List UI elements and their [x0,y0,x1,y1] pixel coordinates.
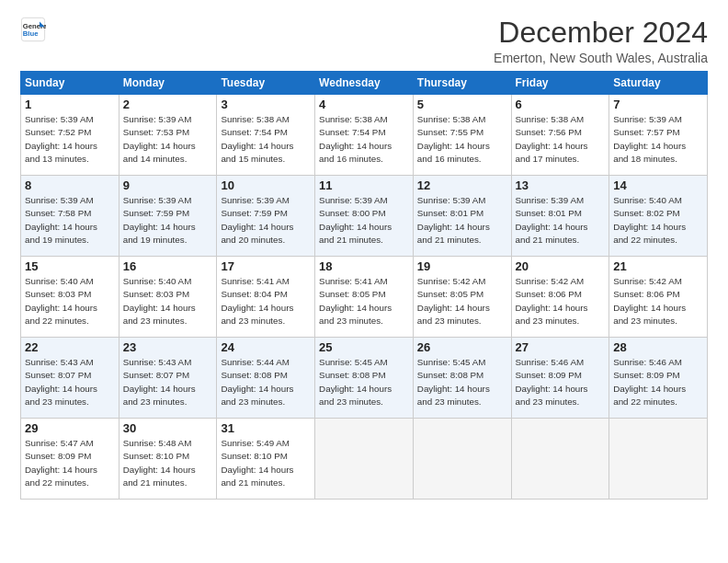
table-row: 26 Sunrise: 5:45 AMSunset: 8:08 PMDaylig… [413,338,511,419]
day-number: 17 [221,259,311,273]
day-number: 5 [417,98,507,111]
day-info: Sunrise: 5:38 AMSunset: 7:54 PMDaylight:… [319,113,409,166]
day-number: 9 [123,178,213,192]
day-info: Sunrise: 5:49 AMSunset: 8:10 PMDaylight:… [221,437,311,489]
location-title: Emerton, New South Wales, Australia [494,51,708,65]
day-number: 3 [221,98,311,111]
day-info: Sunrise: 5:40 AMSunset: 8:03 PMDaylight:… [123,275,213,327]
table-row [413,419,511,500]
logo-icon: General Blue [20,17,46,42]
day-number: 15 [25,259,115,273]
table-row: 15 Sunrise: 5:40 AMSunset: 8:03 PMDaylig… [21,257,119,338]
day-number: 19 [417,259,507,273]
day-info: Sunrise: 5:39 AMSunset: 7:52 PMDaylight:… [25,113,115,166]
header-thursday: Thursday [413,72,511,95]
day-info: Sunrise: 5:38 AMSunset: 7:54 PMDaylight:… [221,113,311,166]
table-row: 30 Sunrise: 5:48 AMSunset: 8:10 PMDaylig… [119,419,217,500]
day-info: Sunrise: 5:45 AMSunset: 8:08 PMDaylight:… [417,356,507,408]
calendar-week-1: 1 Sunrise: 5:39 AMSunset: 7:52 PMDayligh… [21,95,708,176]
day-info: Sunrise: 5:39 AMSunset: 7:53 PMDaylight:… [123,113,213,166]
calendar-header-row: Sunday Monday Tuesday Wednesday Thursday… [21,72,708,95]
table-row: 18 Sunrise: 5:41 AMSunset: 8:05 PMDaylig… [315,257,414,338]
day-info: Sunrise: 5:43 AMSunset: 8:07 PMDaylight:… [123,356,213,408]
table-row: 24 Sunrise: 5:44 AMSunset: 8:08 PMDaylig… [217,338,315,419]
day-info: Sunrise: 5:43 AMSunset: 8:07 PMDaylight:… [25,356,115,408]
day-info: Sunrise: 5:48 AMSunset: 8:10 PMDaylight:… [123,437,213,489]
day-info: Sunrise: 5:41 AMSunset: 8:04 PMDaylight:… [221,275,311,327]
day-info: Sunrise: 5:44 AMSunset: 8:08 PMDaylight:… [221,356,311,408]
day-number: 25 [319,340,409,354]
calendar: Sunday Monday Tuesday Wednesday Thursday… [20,71,708,500]
table-row [315,419,414,500]
table-row: 17 Sunrise: 5:41 AMSunset: 8:04 PMDaylig… [217,257,315,338]
day-info: Sunrise: 5:42 AMSunset: 8:06 PMDaylight:… [516,275,606,327]
day-info: Sunrise: 5:40 AMSunset: 8:03 PMDaylight:… [25,275,115,327]
day-number: 23 [123,340,213,354]
table-row: 21 Sunrise: 5:42 AMSunset: 8:06 PMDaylig… [609,257,708,338]
day-number: 22 [25,340,115,354]
day-number: 12 [417,178,507,192]
day-number: 31 [221,421,311,435]
day-info: Sunrise: 5:47 AMSunset: 8:09 PMDaylight:… [25,437,115,489]
calendar-week-3: 15 Sunrise: 5:40 AMSunset: 8:03 PMDaylig… [21,257,708,338]
day-number: 8 [25,178,115,192]
day-number: 6 [516,98,606,111]
table-row: 22 Sunrise: 5:43 AMSunset: 8:07 PMDaylig… [21,338,119,419]
day-number: 28 [613,340,703,354]
table-row: 10 Sunrise: 5:39 AMSunset: 7:59 PMDaylig… [217,176,315,257]
header-monday: Monday [119,72,217,95]
header-friday: Friday [511,72,609,95]
day-number: 13 [516,178,606,192]
table-row: 6 Sunrise: 5:38 AMSunset: 7:56 PMDayligh… [511,95,609,176]
day-number: 27 [516,340,606,354]
table-row: 1 Sunrise: 5:39 AMSunset: 7:52 PMDayligh… [21,95,119,176]
table-row: 29 Sunrise: 5:47 AMSunset: 8:09 PMDaylig… [21,419,119,500]
day-number: 24 [221,340,311,354]
calendar-week-2: 8 Sunrise: 5:39 AMSunset: 7:58 PMDayligh… [21,176,708,257]
table-row: 27 Sunrise: 5:46 AMSunset: 8:09 PMDaylig… [511,338,609,419]
day-info: Sunrise: 5:39 AMSunset: 8:00 PMDaylight:… [319,194,409,247]
table-row: 16 Sunrise: 5:40 AMSunset: 8:03 PMDaylig… [119,257,217,338]
day-number: 10 [221,178,311,192]
table-row: 7 Sunrise: 5:39 AMSunset: 7:57 PMDayligh… [609,95,708,176]
calendar-week-5: 29 Sunrise: 5:47 AMSunset: 8:09 PMDaylig… [21,419,708,500]
table-row: 14 Sunrise: 5:40 AMSunset: 8:02 PMDaylig… [609,176,708,257]
table-row: 9 Sunrise: 5:39 AMSunset: 7:59 PMDayligh… [119,176,217,257]
day-info: Sunrise: 5:39 AMSunset: 7:59 PMDaylight:… [221,194,311,247]
day-info: Sunrise: 5:46 AMSunset: 8:09 PMDaylight:… [516,356,606,408]
page: General Blue December 2024 Emerton, New … [0,0,728,563]
table-row [511,419,609,500]
day-info: Sunrise: 5:39 AMSunset: 7:58 PMDaylight:… [25,194,115,247]
day-info: Sunrise: 5:40 AMSunset: 8:02 PMDaylight:… [613,194,703,247]
day-info: Sunrise: 5:38 AMSunset: 7:56 PMDaylight:… [516,113,606,166]
day-info: Sunrise: 5:42 AMSunset: 8:05 PMDaylight:… [417,275,507,327]
table-row: 8 Sunrise: 5:39 AMSunset: 7:58 PMDayligh… [21,176,119,257]
day-number: 16 [123,259,213,273]
table-row: 12 Sunrise: 5:39 AMSunset: 8:01 PMDaylig… [413,176,511,257]
table-row [609,419,708,500]
table-row: 3 Sunrise: 5:38 AMSunset: 7:54 PMDayligh… [217,95,315,176]
day-number: 7 [613,98,703,111]
table-row: 31 Sunrise: 5:49 AMSunset: 8:10 PMDaylig… [217,419,315,500]
day-number: 2 [123,98,213,111]
day-number: 29 [25,421,115,435]
calendar-week-4: 22 Sunrise: 5:43 AMSunset: 8:07 PMDaylig… [21,338,708,419]
table-row: 20 Sunrise: 5:42 AMSunset: 8:06 PMDaylig… [511,257,609,338]
day-number: 18 [319,259,409,273]
day-info: Sunrise: 5:41 AMSunset: 8:05 PMDaylight:… [319,275,409,327]
day-number: 11 [319,178,409,192]
table-row: 11 Sunrise: 5:39 AMSunset: 8:00 PMDaylig… [315,176,414,257]
day-info: Sunrise: 5:46 AMSunset: 8:09 PMDaylight:… [613,356,703,408]
table-row: 25 Sunrise: 5:45 AMSunset: 8:08 PMDaylig… [315,338,414,419]
table-row: 23 Sunrise: 5:43 AMSunset: 8:07 PMDaylig… [119,338,217,419]
table-row: 13 Sunrise: 5:39 AMSunset: 8:01 PMDaylig… [511,176,609,257]
table-row: 2 Sunrise: 5:39 AMSunset: 7:53 PMDayligh… [119,95,217,176]
table-row: 19 Sunrise: 5:42 AMSunset: 8:05 PMDaylig… [413,257,511,338]
day-info: Sunrise: 5:39 AMSunset: 8:01 PMDaylight:… [516,194,606,247]
title-block: December 2024 Emerton, New South Wales, … [494,17,708,65]
header: General Blue December 2024 Emerton, New … [20,17,708,65]
day-info: Sunrise: 5:39 AMSunset: 8:01 PMDaylight:… [417,194,507,247]
table-row: 4 Sunrise: 5:38 AMSunset: 7:54 PMDayligh… [315,95,414,176]
day-number: 1 [25,98,115,111]
logo: General Blue [20,17,46,42]
